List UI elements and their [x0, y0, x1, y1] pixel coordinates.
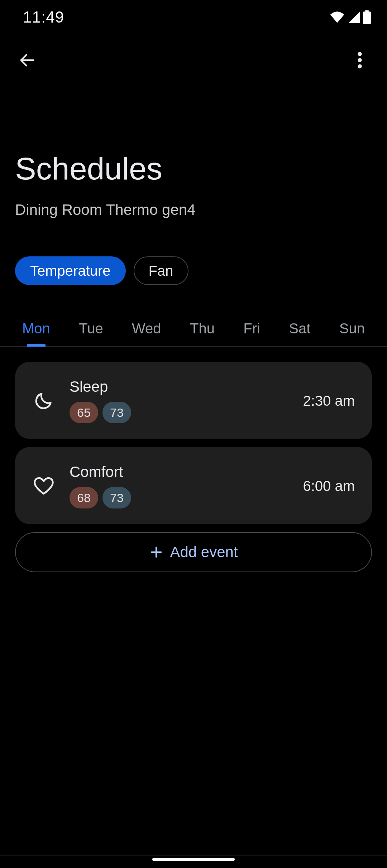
svg-point-0 — [358, 52, 362, 56]
tab-label: Mon — [22, 320, 50, 337]
status-time: 11:49 — [23, 8, 64, 26]
tab-label: Sun — [339, 320, 365, 337]
divider — [0, 855, 387, 855]
status-bar: 11:49 — [0, 0, 387, 34]
day-tabs: Mon Tue Wed Thu Fri Sat Sun — [0, 311, 387, 347]
event-list: Sleep 65 73 2:30 am Comfort 68 73 6:00 a… — [15, 362, 372, 572]
chip-label: Fan — [149, 263, 173, 279]
moon-icon — [31, 388, 57, 414]
more-vert-icon — [358, 52, 362, 68]
event-body: Comfort 68 73 — [70, 463, 290, 508]
tab-thu[interactable]: Thu — [188, 311, 217, 346]
chip-label: Temperature — [30, 263, 111, 279]
add-event-label: Add event — [170, 544, 238, 561]
cool-pill: 73 — [102, 487, 131, 508]
cool-pill: 73 — [102, 402, 131, 423]
app-bar — [0, 39, 387, 82]
tab-label: Thu — [190, 320, 215, 337]
tab-label: Wed — [132, 320, 161, 337]
tab-sat[interactable]: Sat — [287, 311, 312, 346]
event-temps: 68 73 — [70, 487, 290, 508]
tab-mon[interactable]: Mon — [20, 311, 52, 346]
plus-icon — [149, 545, 163, 559]
tab-label: Fri — [243, 320, 260, 337]
tab-wed[interactable]: Wed — [130, 311, 163, 346]
heart-icon — [31, 473, 57, 499]
svg-point-2 — [358, 64, 362, 69]
heat-pill: 68 — [70, 487, 98, 508]
chip-fan[interactable]: Fan — [134, 256, 188, 285]
tab-label: Sat — [289, 320, 310, 337]
arrow-left-icon — [18, 51, 37, 69]
event-name: Sleep — [70, 378, 290, 395]
heat-pill: 65 — [70, 402, 98, 423]
status-icons — [330, 10, 371, 24]
event-body: Sleep 65 73 — [70, 378, 290, 423]
tab-fri[interactable]: Fri — [241, 311, 262, 346]
battery-icon — [363, 10, 371, 24]
back-button[interactable] — [13, 46, 42, 74]
event-temps: 65 73 — [70, 402, 290, 423]
navigation-pill[interactable] — [152, 858, 235, 861]
page-subtitle: Dining Room Thermo gen4 — [15, 201, 372, 218]
wifi-icon — [330, 11, 345, 23]
mode-chips: Temperature Fan — [15, 256, 188, 285]
tab-sun[interactable]: Sun — [337, 311, 367, 346]
page-header: Schedules Dining Room Thermo gen4 — [15, 150, 372, 218]
svg-point-1 — [358, 58, 362, 62]
event-time: 2:30 am — [303, 393, 355, 409]
signal-icon — [348, 11, 360, 23]
event-name: Comfort — [70, 463, 290, 481]
tab-label: Tue — [79, 320, 103, 337]
add-event-button[interactable]: Add event — [15, 532, 372, 572]
event-time: 6:00 am — [303, 478, 355, 494]
chip-temperature[interactable]: Temperature — [15, 256, 126, 285]
page-title: Schedules — [15, 150, 372, 187]
event-card-sleep[interactable]: Sleep 65 73 2:30 am — [15, 362, 372, 439]
event-card-comfort[interactable]: Comfort 68 73 6:00 am — [15, 447, 372, 524]
overflow-menu-button[interactable] — [345, 46, 374, 74]
tab-tue[interactable]: Tue — [77, 311, 105, 346]
